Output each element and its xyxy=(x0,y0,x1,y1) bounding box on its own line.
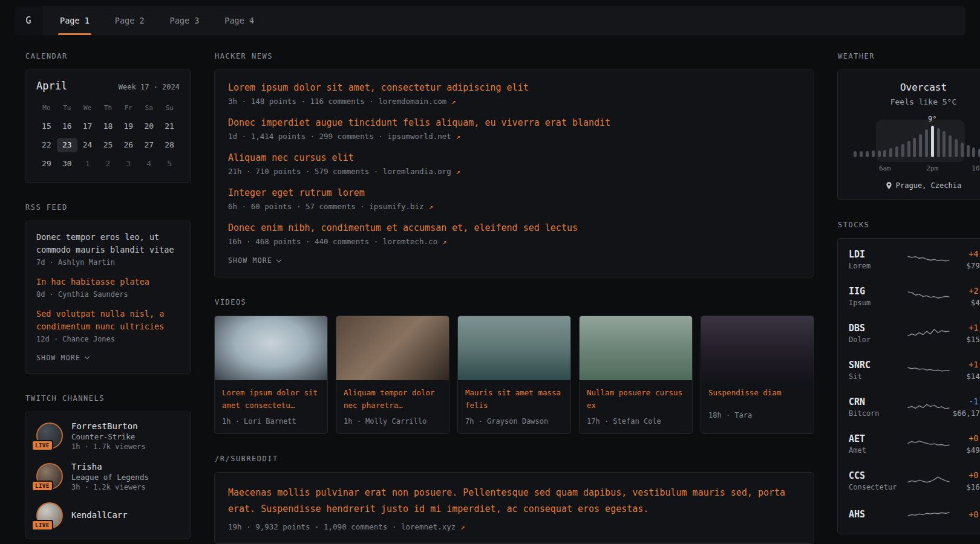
calendar-day[interactable]: 21 xyxy=(159,119,180,134)
calendar-day[interactable]: 28 xyxy=(159,138,180,152)
hn-item-title[interactable]: Aliquam nec cursus elit xyxy=(228,152,800,163)
calendar-day-headers: MoTuWeThFrSaSu xyxy=(36,104,180,112)
tab-page-4[interactable]: Page 4 xyxy=(212,6,267,35)
video-thumbnail[interactable] xyxy=(336,316,449,380)
video-card[interactable]: Mauris sit amet massa felis 7h · Grayson… xyxy=(457,316,571,434)
calendar-day[interactable]: 25 xyxy=(98,138,119,152)
hn-section-title: HACKER NEWS xyxy=(215,52,814,60)
calendar-dow-label: Tu xyxy=(57,104,77,112)
hn-show-more-button[interactable]: SHOW MORE xyxy=(228,256,800,265)
calendar-day[interactable]: 4 xyxy=(139,157,159,171)
hn-item-meta: 21h · 710 points · 579 comments · loreml… xyxy=(228,167,800,176)
calendar-day[interactable]: 15 xyxy=(36,119,57,134)
stock-row[interactable]: LDI Lorem +4.35% $795.18 xyxy=(838,241,980,278)
video-thumbnail[interactable] xyxy=(215,316,327,380)
stock-price: $42.04 xyxy=(969,298,980,307)
calendar-day[interactable]: 3 xyxy=(118,157,139,171)
stock-row[interactable]: DBS Dolor +1.42% $156.28 xyxy=(838,315,980,352)
weather-temp-bar xyxy=(901,144,904,157)
video-card[interactable]: Aliquam tempor dolor nec pharetra… 1h · … xyxy=(336,316,449,434)
rss-show-more-button[interactable]: SHOW MORE xyxy=(36,354,180,362)
stock-row[interactable]: CCS Consectetur +0.51% $165.84 xyxy=(838,462,980,499)
videos-row: Lorem ipsum dolor sit amet consectetu… 1… xyxy=(214,316,814,434)
stock-sparkline xyxy=(907,325,950,342)
hn-item-title[interactable]: Donec enim nibh, condimentum et accumsan… xyxy=(228,222,800,233)
calendar-day[interactable]: 27 xyxy=(139,138,159,152)
calendar-day[interactable]: 29 xyxy=(36,157,57,171)
weather-location: Prague, Czechia xyxy=(848,181,980,190)
calendar-day[interactable]: 1 xyxy=(77,157,98,171)
calendar-day[interactable]: 30 xyxy=(57,157,77,171)
video-card[interactable]: Nullam posuere cursus ex 17h · Stefan Co… xyxy=(579,316,693,434)
calendar-day[interactable]: 18 xyxy=(98,119,119,134)
video-thumbnail[interactable] xyxy=(701,316,814,380)
external-link-icon[interactable]: ↗ xyxy=(451,97,456,106)
calendar-card: April Week 17 · 2024 MoTuWeThFrSaSu 1516… xyxy=(25,70,191,183)
twitch-channel[interactable]: LIVE ForrestBurton Counter-Strike 1h · 1… xyxy=(36,421,180,451)
stock-change: +0.51% xyxy=(966,470,980,480)
external-link-icon[interactable]: ↗ xyxy=(460,522,465,531)
video-card[interactable]: Lorem ipsum dolor sit amet consectetu… 1… xyxy=(214,316,328,434)
subreddit-post-title[interactable]: Maecenas mollis pulvinar erat non posuer… xyxy=(228,485,800,517)
calendar-day[interactable]: 23 xyxy=(57,138,77,152)
calendar-day[interactable]: 20 xyxy=(139,119,159,134)
video-title[interactable]: Lorem ipsum dolor sit amet consectetu… xyxy=(215,380,327,412)
stock-identity: SNRC Sit xyxy=(849,360,907,381)
external-link-icon[interactable]: ↗ xyxy=(428,202,433,211)
calendar-day[interactable]: 16 xyxy=(57,119,77,134)
stock-name: Dolor xyxy=(849,335,907,344)
weather-temp-bar xyxy=(931,126,934,157)
video-title[interactable]: Aliquam tempor dolor nec pharetra… xyxy=(336,380,449,412)
stock-row[interactable]: AET Amet +0.92% $499.72 xyxy=(838,426,980,462)
stock-identity: AET Amet xyxy=(849,433,907,455)
video-title[interactable]: Mauris sit amet massa felis xyxy=(458,380,570,412)
hn-item-title[interactable]: Lorem ipsum dolor sit amet, consectetur … xyxy=(228,82,800,93)
calendar-day[interactable]: 5 xyxy=(159,157,180,171)
weather-peak-temp-label: 9° xyxy=(928,115,936,123)
twitch-channel-game: League of Legends xyxy=(71,473,149,482)
weather-bar-slot xyxy=(953,126,959,157)
stock-name: Ipsum xyxy=(849,299,907,307)
stock-values: +0.92% $499.72 xyxy=(966,433,980,455)
stock-row[interactable]: IIG Ipsum +2.84% $42.04 xyxy=(838,278,980,315)
stock-values: +0.46% xyxy=(969,510,980,522)
stock-change: +1.42% xyxy=(966,323,980,332)
calendar-day[interactable]: 24 xyxy=(77,138,98,152)
tab-page-2[interactable]: Page 2 xyxy=(102,6,157,35)
video-card[interactable]: Suspendisse diam 18h · Tara xyxy=(701,316,814,434)
video-thumbnail[interactable] xyxy=(458,316,570,380)
rss-item-title[interactable]: In hac habitasse platea xyxy=(36,276,180,288)
hn-item: Lorem ipsum dolor sit amet, consectetur … xyxy=(228,82,800,106)
hn-item-title[interactable]: Donec imperdiet augue tincidunt felis al… xyxy=(228,117,800,128)
twitch-channel[interactable]: LIVE Trisha League of Legends 3h · 1.2k … xyxy=(36,462,180,491)
calendar-day[interactable]: 2 xyxy=(98,157,119,171)
stock-row[interactable]: SNRC Sit +1.36% $148.64 xyxy=(838,352,980,389)
video-thumbnail[interactable] xyxy=(580,316,692,380)
video-title[interactable]: Suspendisse diam xyxy=(701,380,814,406)
stock-symbol: CCS xyxy=(849,470,907,481)
stock-sparkline xyxy=(907,436,950,452)
rss-item-title[interactable]: Sed volutpat nulla nisl, a condimentum n… xyxy=(36,308,180,333)
tab-page-3[interactable]: Page 3 xyxy=(157,6,212,35)
calendar-day[interactable]: 22 xyxy=(36,138,57,152)
top-navigation-bar: G Page 1 Page 2 Page 3 Page 4 xyxy=(15,6,965,35)
external-link-icon[interactable]: ↗ xyxy=(456,132,460,141)
stocks-section-title: STOCKS xyxy=(838,221,980,229)
calendar-day[interactable]: 26 xyxy=(118,138,139,152)
stock-row[interactable]: CRN Bitcorn -1.00% $66,171.48 xyxy=(838,389,980,426)
page-tabs: Page 1 Page 2 Page 3 Page 4 xyxy=(47,6,267,35)
calendar-day[interactable]: 17 xyxy=(77,119,98,134)
external-link-icon[interactable]: ↗ xyxy=(442,237,447,246)
video-title[interactable]: Nullam posuere cursus ex xyxy=(580,380,692,412)
external-link-icon[interactable]: ↗ xyxy=(456,167,460,176)
stock-row[interactable]: AHS +0.46% xyxy=(838,499,980,531)
tab-page-1[interactable]: Page 1 xyxy=(47,6,102,35)
twitch-channel[interactable]: LIVE KendallCarr xyxy=(36,502,180,529)
hn-item-title[interactable]: Integer eget rutrum lorem xyxy=(228,187,800,198)
calendar-day[interactable]: 19 xyxy=(118,119,139,134)
weather-temp-bar xyxy=(866,151,869,157)
rss-item-title[interactable]: Donec tempor eros leo, ut commodo mauris… xyxy=(36,231,180,256)
hn-item: Donec enim nibh, condimentum et accumsan… xyxy=(228,222,800,246)
weather-bar-slot xyxy=(924,126,930,157)
video-meta: 18h · Tara xyxy=(701,406,814,427)
